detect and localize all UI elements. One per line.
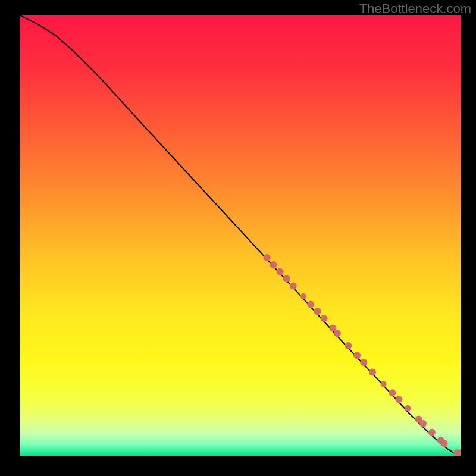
data-marker (307, 300, 314, 308)
data-marker (283, 275, 290, 283)
data-marker (389, 389, 396, 396)
plot-area (20, 15, 461, 456)
data-marker (263, 254, 270, 261)
data-marker (353, 352, 361, 359)
gradient-background (20, 15, 461, 456)
data-marker (419, 420, 427, 427)
data-marker (321, 315, 328, 322)
data-marker (428, 429, 436, 436)
chart-svg (20, 15, 461, 456)
data-marker (300, 293, 306, 299)
data-marker (395, 396, 402, 403)
data-marker (314, 308, 321, 315)
data-marker (270, 261, 277, 268)
data-marker (290, 282, 297, 289)
data-marker (334, 330, 341, 337)
data-marker (381, 381, 387, 387)
data-marker (277, 268, 284, 275)
data-marker (369, 368, 376, 375)
chart-stage: TheBottleneck.com (0, 0, 476, 476)
watermark-text: TheBottleneck.com (359, 1, 471, 17)
data-marker (405, 405, 411, 411)
data-marker (360, 359, 367, 366)
data-marker (441, 440, 448, 447)
data-marker (345, 342, 352, 349)
